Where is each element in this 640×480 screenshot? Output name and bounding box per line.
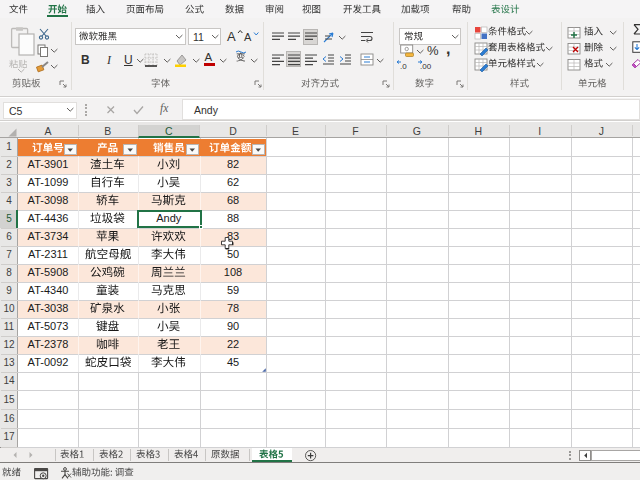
svg-text:.0: .0 bbox=[400, 62, 407, 71]
svg-text:.00: .00 bbox=[420, 62, 432, 71]
